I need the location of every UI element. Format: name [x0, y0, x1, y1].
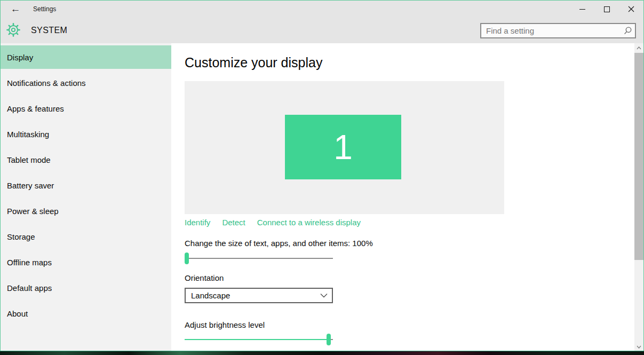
scale-slider-track: [185, 258, 333, 259]
settings-window: ← Settings: [0, 0, 644, 351]
sidebar-item-storage[interactable]: Storage: [1, 225, 171, 248]
maximize-icon: [604, 6, 610, 12]
desktop-wallpaper-strip: [0, 351, 644, 355]
vertical-scrollbar[interactable]: [634, 43, 643, 351]
orientation-value: Landscape: [186, 291, 316, 300]
scrollbar-up-button[interactable]: [634, 43, 643, 52]
page-section-title: SYSTEM: [31, 18, 67, 43]
sidebar-item-display[interactable]: Display: [1, 45, 171, 69]
gear-icon: [6, 23, 20, 37]
brightness-slider-thumb[interactable]: [327, 334, 331, 345]
sidebar-item-about[interactable]: About: [1, 302, 171, 325]
scale-label: Change the size of text, apps, and other…: [185, 239, 373, 248]
maximize-button[interactable]: [594, 1, 619, 18]
identify-link[interactable]: Identify: [185, 218, 210, 227]
orientation-label: Orientation: [185, 273, 224, 282]
search-icon: [622, 26, 635, 35]
back-button[interactable]: ←: [6, 1, 25, 18]
app-header: SYSTEM: [1, 18, 643, 43]
close-icon: [628, 6, 634, 12]
page-title: Customize your display: [185, 55, 322, 70]
screen: ← Settings: [0, 0, 644, 355]
scale-slider-thumb[interactable]: [185, 253, 189, 264]
minimize-button[interactable]: [570, 1, 594, 18]
sidebar-item-offline-maps[interactable]: Offline maps: [1, 250, 171, 274]
sidebar-item-power-sleep[interactable]: Power & sleep: [1, 199, 171, 223]
window-title: Settings: [33, 1, 56, 18]
caption-buttons: [570, 1, 643, 18]
monitor-tile[interactable]: 1: [285, 115, 401, 179]
scale-slider[interactable]: [185, 253, 333, 264]
chevron-up-icon: [637, 46, 641, 50]
display-preview-panel: 1: [185, 81, 504, 214]
brightness-slider[interactable]: [185, 334, 333, 345]
search-box: [480, 23, 636, 38]
titlebar: ← Settings: [1, 1, 643, 18]
scrollbar-down-button[interactable]: [634, 342, 643, 351]
display-links-row: Identify Detect Connect to a wireless di…: [185, 218, 361, 227]
close-button[interactable]: [619, 1, 643, 18]
sidebar-item-tablet-mode[interactable]: Tablet mode: [1, 148, 171, 171]
sidebar-item-multitasking[interactable]: Multitasking: [1, 122, 171, 146]
search-input[interactable]: [481, 24, 622, 37]
brightness-slider-fill: [185, 339, 329, 340]
chevron-down-icon: [637, 345, 641, 349]
connect-wireless-display-link[interactable]: Connect to a wireless display: [257, 218, 361, 227]
sidebar: Display Notifications & actions Apps & f…: [1, 43, 171, 351]
main-content: Customize your display 1 Identify Detect…: [171, 43, 635, 351]
sidebar-item-apps-features[interactable]: Apps & features: [1, 97, 171, 120]
monitor-number: 1: [333, 128, 353, 167]
minimize-icon: [579, 6, 585, 12]
back-arrow-icon: ←: [11, 3, 21, 15]
orientation-select[interactable]: Landscape: [185, 288, 333, 303]
sidebar-item-default-apps[interactable]: Default apps: [1, 276, 171, 299]
sidebar-item-notifications-actions[interactable]: Notifications & actions: [1, 71, 171, 94]
brightness-label: Adjust brightness level: [185, 320, 265, 329]
scrollbar-thumb[interactable]: [634, 53, 643, 260]
sidebar-item-battery-saver[interactable]: Battery saver: [1, 173, 171, 197]
chevron-down-icon: [316, 293, 332, 298]
detect-link[interactable]: Detect: [222, 218, 245, 227]
